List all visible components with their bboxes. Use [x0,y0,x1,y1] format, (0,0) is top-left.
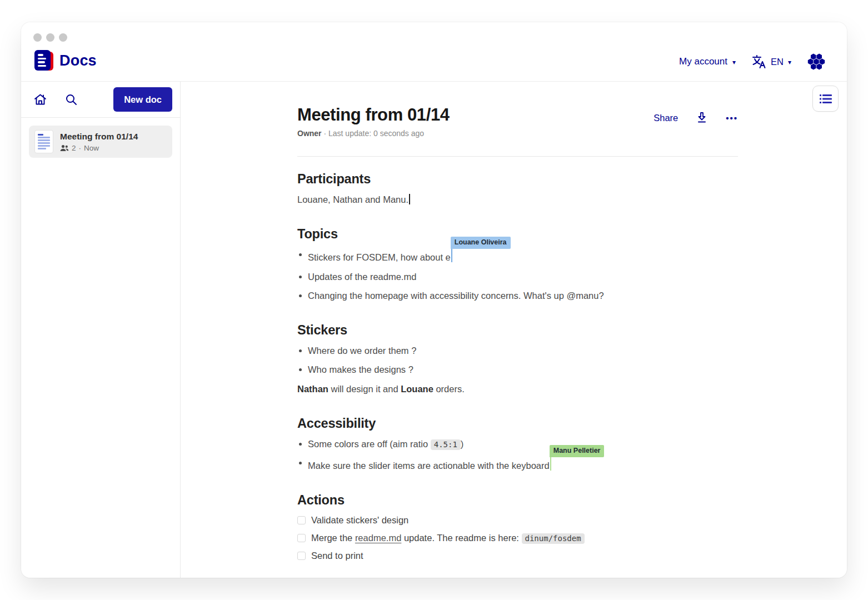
search-icon[interactable] [65,93,78,106]
bullet-item[interactable]: Stickers for FOSDEM, how about eLouane O… [297,248,738,263]
download-icon[interactable] [696,112,707,124]
bullet-item[interactable]: Where do we order them ? [297,344,738,357]
text-cursor [409,194,410,204]
translate-icon [751,54,766,69]
accessibility-list: Some colors are off (aim ratio 4.5:1) Ma… [297,438,738,472]
chevron-down-icon: ▾ [732,58,736,66]
doc-item-meta: 2 · Now [60,144,138,152]
users-icon [60,144,69,152]
bullet-item[interactable]: Changing the homepage with accessibility… [297,289,738,302]
app-header: Docs My account ▾ EN [21,22,847,82]
window-controls [33,33,67,42]
bullet-item[interactable]: Make sure the slider items are actionabl… [297,457,738,472]
document-icon [34,130,53,153]
checklist-label[interactable]: Merge the readme.md update. The readme i… [311,533,585,543]
stickers-note[interactable]: Nathan will design it and Louane orders. [297,383,738,395]
my-account-label: My account [679,56,727,67]
more-options-icon[interactable]: ••• [726,113,738,123]
checklist-item: Validate stickers' design [297,515,738,526]
heading-stickers[interactable]: Stickers [297,323,738,338]
doc-item-title: Meeting from 01/14 [60,131,138,142]
checklist-label[interactable]: Validate stickers' design [311,515,408,526]
divider [297,156,738,157]
app-title: Docs [59,52,97,69]
code-chip: 4.5:1 [431,439,461,450]
doc-meta: Owner · Last update: 0 seconds ago [297,129,738,138]
table-of-contents-button[interactable] [812,86,839,112]
collab-cursor-manu: Manu Pelletier [550,457,551,471]
app-window: Docs My account ▾ EN [21,22,847,578]
heading-actions[interactable]: Actions [297,493,738,508]
checkbox[interactable] [297,534,306,542]
heading-participants[interactable]: Participants [297,172,738,187]
heading-accessibility[interactable]: Accessibility [297,416,738,431]
topics-list: Stickers for FOSDEM, how about eLouane O… [297,248,738,302]
app-logo[interactable]: Docs [34,50,97,71]
bullet-item[interactable]: Who makes the designs ? [297,363,738,376]
collab-cursor-louane: Louane Oliveira [451,248,452,262]
home-icon[interactable] [33,93,47,106]
doc-owner-label: Owner [297,129,322,138]
readme-link[interactable]: readme.md [355,533,401,543]
apps-waffle-icon[interactable] [807,52,826,71]
main-area: Meeting from 01/14 Share ••• Owner · Las… [181,82,847,578]
doc-item-count: 2 [72,144,76,152]
checklist-item: Send to print [297,551,738,561]
window-dot[interactable] [33,33,42,42]
stickers-list: Where do we order them ? Who makes the d… [297,344,738,376]
participants-text[interactable]: Louane, Nathan and Manu. [297,193,738,206]
doc-item-sep: · [79,144,82,152]
bullet-item[interactable]: Some colors are off (aim ratio 4.5:1) [297,438,738,450]
doc-item-time: Now [84,144,99,152]
chevron-down-icon: ▾ [788,58,791,66]
doc-actions: Share ••• [654,112,738,124]
heading-topics[interactable]: Topics [297,227,738,242]
doc-title[interactable]: Meeting from 01/14 [297,105,450,125]
my-account-menu[interactable]: My account ▾ [679,56,736,67]
checklist-label[interactable]: Send to print [311,551,363,561]
sidebar-toolbar: New doc [21,82,180,118]
collab-cursor-label: Louane Oliveira [451,237,511,249]
share-button[interactable]: Share [654,113,678,123]
docs-logo-icon [34,50,53,71]
window-dot[interactable] [46,33,54,42]
bullet-item[interactable]: Updates of the readme.md [297,271,738,283]
checkbox[interactable] [297,516,306,524]
language-code: EN [771,57,784,67]
checkbox[interactable] [297,552,306,560]
collab-cursor-label: Manu Pelletier [550,445,605,457]
window-dot[interactable] [59,33,67,42]
doc-last-update: · Last update: 0 seconds ago [322,129,424,138]
sidebar-item-meeting-doc[interactable]: Meeting from 01/14 2 [29,126,172,158]
checklist-item: Merge the readme.md update. The readme i… [297,533,738,543]
language-selector[interactable]: EN ▾ [751,54,791,69]
new-doc-button[interactable]: New doc [113,87,172,112]
document-editor[interactable]: Meeting from 01/14 Share ••• Owner · Las… [297,82,738,578]
header-actions: My account ▾ EN ▾ [679,52,826,71]
sidebar-doc-list: Meeting from 01/14 2 [21,118,180,166]
sidebar: New doc Meeting from 01/14 [21,82,181,578]
code-chip: dinum/fosdem [522,533,585,544]
